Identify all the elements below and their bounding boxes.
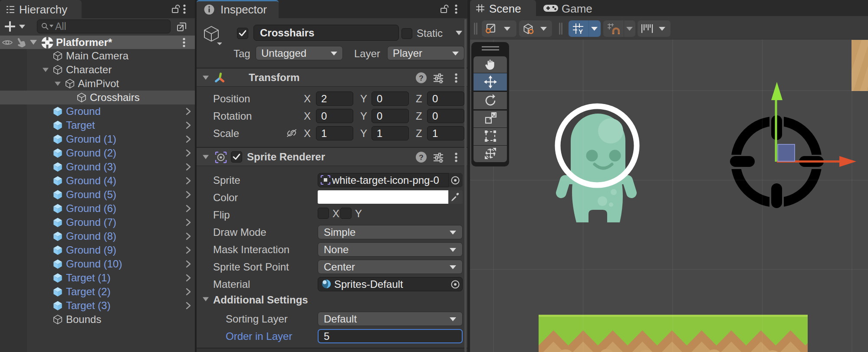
svg-text:?: ? (419, 74, 423, 82)
svg-text:Y: Y (579, 28, 583, 35)
svg-text:?: ? (419, 153, 423, 162)
